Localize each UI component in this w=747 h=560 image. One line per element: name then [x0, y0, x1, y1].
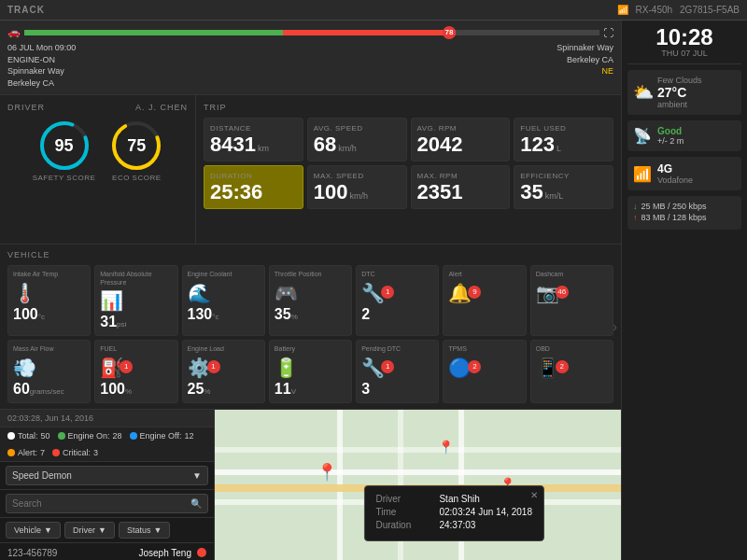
eco-score-value: 75: [127, 136, 146, 156]
track-street: Spinnaker Way: [7, 65, 76, 77]
trip-avg-rpm: AVG. RPM 2042: [411, 118, 511, 161]
trip-avg-speed: AVG. SPEED 68km/h: [307, 118, 407, 161]
trip-duration: DURATION 25:36: [204, 165, 303, 209]
bottom-header: 02:03:28, Jun 14, 2016: [0, 410, 214, 427]
vehicle-filter-label: Vehicle: [14, 525, 41, 535]
tooltip-time-row: Time 02:03:24 Jun 14, 2018: [375, 507, 532, 517]
track-city: Berkeley CA: [7, 77, 76, 90]
driver-filter-button[interactable]: Driver ▼: [64, 522, 115, 539]
map-area[interactable]: 📍 📍 📍 ✕ Driver Stan Shih Time 02:03:24 J…: [215, 410, 621, 560]
trip-grid: DISTANCE 8431km AVG. SPEED 68km/h AVG. R…: [204, 118, 613, 209]
map-road: [215, 469, 621, 475]
trip-max-speed: MAX. SPEED 100km/h: [307, 165, 407, 209]
track-section: 🚗 78 ⛶ 06 JUL Mon 09:00 ENGINE-ON Spinna…: [0, 21, 621, 95]
vehicle-fuel: FUEL ⛽1 100%: [94, 340, 177, 402]
upload-icon: ↑: [633, 213, 638, 222]
track-status: ENGINE-ON: [7, 54, 76, 66]
dropdown-value: Speed Demon: [12, 470, 72, 481]
list-item[interactable]: 123-456789 Joseph Teng: [0, 543, 214, 560]
safety-score-label: SAFETY SCORE: [33, 174, 96, 182]
vehicle-section: VEHICLE Intake Air Temp 🌡️ 100°c Manifol…: [0, 245, 621, 409]
search-input[interactable]: [12, 498, 187, 509]
airflow-icon: 💨: [13, 357, 85, 379]
trip-panel-title: TRIP: [204, 103, 613, 112]
driver-name-cell: Joseph Teng: [138, 548, 191, 558]
tooltip-close-button[interactable]: ✕: [530, 490, 538, 500]
driver-panel-title: DRIVER A. J. CHEN: [7, 103, 188, 112]
vehicle-filter-button[interactable]: Vehicle ▼: [6, 522, 61, 539]
vehicle-grid-row2: Mass Air Flow 💨 60grams/sec FUEL ⛽1 100%…: [7, 340, 613, 402]
filter-row: Vehicle ▼ Driver ▼ Status ▼: [0, 518, 214, 543]
data-up-row: ↑ 83 MB / 128 kbps: [633, 213, 736, 222]
chevron-down-icon: ▼: [192, 470, 202, 481]
status-indicator: [197, 548, 206, 557]
progress-dot: 78: [443, 26, 456, 39]
track-direction: NE: [557, 65, 613, 77]
time-display: 10:28 THU 07 JUL: [627, 26, 741, 64]
vehicle-coolant: Engine Coolant 🌊 130°c: [182, 265, 265, 336]
bottom-section: 02:03:28, Jun 14, 2016 Total: 50 Engine …: [0, 410, 621, 560]
engine-icon: ⚙️1: [188, 357, 260, 379]
vehicle-throttle: Throttle Position 🎮 35%: [269, 265, 352, 336]
vehicle-plate: 123-456789: [7, 548, 133, 558]
network-info: 4G Vodafone: [657, 162, 693, 185]
battery-icon: 🔋: [275, 357, 346, 379]
trip-panel: TRIP DISTANCE 8431km AVG. SPEED 68km/h A…: [196, 95, 621, 244]
track-label: TRACK: [7, 5, 45, 15]
data-usage-card: ↓ 25 MB / 250 kbps ↑ 83 MB / 128 kbps: [627, 196, 741, 230]
eco-score-label: ECO SCORE: [112, 174, 162, 182]
progress-fill: [24, 30, 456, 35]
engine-off-dot: [130, 432, 137, 440]
coolant-icon: 🌊: [188, 282, 260, 304]
chevron-right-icon[interactable]: ›: [613, 319, 617, 334]
dropdown-control[interactable]: Speed Demon ▼: [6, 466, 208, 485]
weather-card: ⛅ Few Clouds 27°C ambient: [627, 70, 741, 115]
vehicle-grid-row1: Intake Air Temp 🌡️ 100°c Manifold Absolu…: [7, 265, 613, 336]
vehicle-group-dropdown[interactable]: Speed Demon ▼: [0, 462, 214, 490]
vehicle-tpms: TPMS 🔵2: [443, 340, 526, 402]
track-progress-area: 🚗 78 ⛶: [7, 26, 613, 38]
status-filter-chevron: ▼: [153, 525, 162, 535]
eco-score-circle: 75 ECO SCORE: [110, 119, 162, 182]
device-model: RX-450h: [636, 5, 672, 15]
track-dest-name: Spinnaker Way: [557, 42, 613, 54]
pending-dtc-icon: 🔧1: [361, 357, 433, 379]
left-panel: 🚗 78 ⛶ 06 JUL Mon 09:00 ENGINE-ON Spinna…: [0, 21, 621, 560]
car-icon: 🚗: [7, 26, 21, 38]
timestamp: 02:03:28, Jun 14, 2016: [7, 413, 93, 423]
vehicle-title: VEHICLE: [7, 250, 613, 259]
main-layout: 🚗 78 ⛶ 06 JUL Mon 09:00 ENGINE-ON Spinna…: [0, 21, 747, 560]
pressure-icon: 📊: [100, 289, 172, 312]
network-card: 📶 4G Vodafone: [627, 157, 741, 190]
driver-filter-chevron: ▼: [98, 525, 106, 535]
gps-icon: 📡: [633, 127, 652, 145]
right-panel: 10:28 THU 07 JUL ⛅ Few Clouds 27°C ambie…: [621, 21, 747, 560]
map-pin-green: 📍: [317, 462, 337, 483]
gps-card: 📡 Good +/- 2 m: [627, 120, 741, 151]
vehicle-list-panel: 02:03:28, Jun 14, 2016 Total: 50 Engine …: [0, 410, 215, 560]
search-row[interactable]: 🔍: [0, 490, 214, 518]
status-filter-button[interactable]: Status ▼: [119, 522, 170, 539]
total-dot: [7, 432, 15, 440]
thermometer-icon: 🌡️: [13, 282, 85, 304]
vehicle-filter-chevron: ▼: [44, 525, 52, 535]
track-datetime: 06 JUL Mon 09:00: [7, 42, 76, 54]
date-display: THU 07 JUL: [627, 49, 741, 58]
search-box[interactable]: 🔍: [6, 494, 208, 513]
track-right-info: Spinnaker Way Berkeley CA NE: [557, 42, 613, 89]
vehicle-alert: Alert 🔔9: [443, 265, 526, 336]
trip-efficiency: EFFICIENCY 35km/L: [514, 165, 613, 209]
expand-icon[interactable]: ⛶: [603, 27, 613, 38]
track-bar: TRACK 📶 RX-450h 2G7815-F5AB: [0, 0, 747, 21]
gps-info: Good +/- 2 m: [657, 126, 684, 146]
network-bars-icon: 📶: [633, 165, 652, 183]
safety-gauge: 95: [38, 119, 91, 172]
progress-bar: 78: [24, 30, 599, 35]
stat-critical: Critical: 3: [52, 448, 98, 457]
vehicle-pending-dtc: Pending DTC 🔧1 3: [356, 340, 439, 402]
vehicle-dtc: DTC 🔧1 2: [356, 265, 439, 336]
alert-dot: [7, 449, 15, 456]
fuel-icon: ⛽1: [100, 357, 172, 379]
trip-fuel-used: FUEL USED 123L: [514, 118, 613, 161]
stat-total: Total: 50: [7, 431, 50, 441]
